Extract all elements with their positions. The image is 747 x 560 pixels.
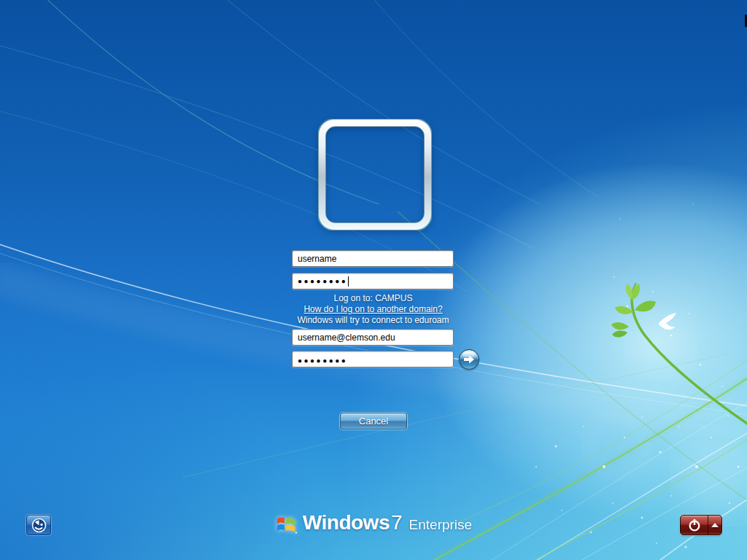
windows-branding: Windows 7 Enterprise xyxy=(275,511,472,536)
cancel-button[interactable]: Cancel xyxy=(340,413,407,429)
brand-windows: Windows xyxy=(303,511,390,534)
ease-of-access-icon xyxy=(31,518,47,533)
sparkles xyxy=(535,203,740,548)
domain-password-input[interactable]: ●●●●●●●● xyxy=(292,273,454,289)
shutdown-options-button[interactable] xyxy=(708,516,721,534)
shutdown-button[interactable] xyxy=(681,516,708,534)
right-arrow-icon xyxy=(462,353,476,366)
domain-help-link[interactable]: How do I log on to another domain? xyxy=(248,304,498,314)
windows-flag-icon xyxy=(275,513,298,536)
brand-seven: 7 xyxy=(391,511,403,534)
power-icon xyxy=(687,518,702,532)
domain-username-input[interactable] xyxy=(292,250,454,267)
user-picture-frame xyxy=(318,119,432,230)
branch-art xyxy=(611,283,747,434)
bird-art xyxy=(659,313,676,330)
power-button-group xyxy=(680,515,722,535)
logon-domain-text: Log on to: CAMPUS xyxy=(248,293,498,303)
eduroam-username-input[interactable] xyxy=(292,329,454,346)
chevron-up-icon xyxy=(711,523,719,527)
glow-spots xyxy=(587,312,747,518)
submit-login-button[interactable] xyxy=(459,349,479,370)
network-notice-text: Windows will try to connect to eduroam xyxy=(248,315,498,325)
password-dots: ●●●●●●●● xyxy=(298,277,347,285)
domain-help-link-text[interactable]: How do I log on to another domain? xyxy=(303,304,442,314)
eduroam-password-input[interactable] xyxy=(292,351,454,368)
text-caret xyxy=(348,276,349,287)
ease-of-access-button[interactable] xyxy=(26,515,51,535)
brand-edition: Enterprise xyxy=(409,517,473,533)
green-streaks xyxy=(182,211,747,560)
